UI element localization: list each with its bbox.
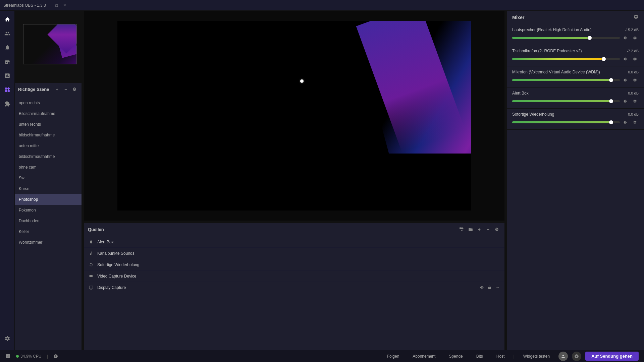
mixer-volume-icon[interactable]	[622, 55, 629, 63]
status-info-item[interactable]	[53, 354, 58, 359]
sidebar-alert-icon[interactable]	[1, 42, 13, 54]
source-settings-button[interactable]	[494, 250, 500, 257]
window-controls: — □ ✕	[46, 3, 67, 8]
mixer-channel: Mikrofon (Voicemod Virtual Audio Device …	[507, 66, 644, 87]
scene-item[interactable]: Kurse	[15, 183, 82, 194]
sources-settings-button[interactable]: ⚙	[493, 226, 500, 233]
host-button[interactable]: Host	[492, 353, 509, 360]
follow-button[interactable]: Folgen	[382, 353, 404, 360]
source-item[interactable]: Display Capture	[84, 282, 504, 293]
scene-item[interactable]: Bildschirmaufnahme	[15, 108, 82, 119]
source-lock-button[interactable]	[486, 273, 493, 280]
mixer-slider-track[interactable]	[512, 37, 620, 39]
source-item[interactable]: Kanalpunkte Sounds	[84, 248, 504, 259]
source-lock-button[interactable]	[486, 284, 493, 291]
sources-folder-button[interactable]	[467, 226, 474, 233]
scene-item[interactable]: bildschirmaufnahme	[15, 130, 82, 140]
source-visibility-button[interactable]	[478, 261, 485, 268]
scene-item[interactable]: Dachboden	[15, 216, 82, 226]
mixer-slider-knob[interactable]	[609, 120, 613, 124]
scene-item[interactable]: Sw	[15, 173, 82, 183]
scene-item[interactable]: bildschirmaufnahme	[15, 151, 82, 162]
sidebar-settings-bottom-icon[interactable]	[1, 333, 13, 345]
mixer-slider-fill	[512, 100, 611, 102]
source-visibility-button[interactable]	[478, 284, 485, 291]
sidebar-people-icon[interactable]	[1, 27, 13, 40]
source-settings-button[interactable]	[494, 273, 500, 280]
sidebar-chart-icon[interactable]	[1, 70, 13, 82]
mixer-channel-header: Mikrofon (Voicemod Virtual Audio Device …	[512, 70, 639, 74]
mixer-header-label: Mixer	[512, 15, 525, 20]
source-visibility-button[interactable]	[478, 250, 485, 257]
sources-remove-button[interactable]: −	[484, 226, 492, 233]
mixer-settings-button[interactable]	[633, 14, 639, 20]
scene-item[interactable]: Keller	[15, 226, 82, 237]
mixer-settings-icon[interactable]	[631, 55, 639, 63]
mixer-channel-header: Alert Box 0.0 dB	[512, 91, 639, 96]
source-visibility-button[interactable]	[478, 239, 485, 245]
sources-add-button[interactable]: +	[476, 226, 483, 233]
scenes-header-actions: + − ⚙	[53, 86, 78, 93]
sidebar-widgets-icon[interactable]	[1, 84, 13, 96]
source-item[interactable]: Video Capture Device	[84, 270, 504, 282]
mixer-slider-track[interactable]	[512, 100, 620, 102]
minimize-button[interactable]: —	[46, 3, 51, 8]
mixer-slider-track[interactable]	[512, 58, 620, 60]
status-separator1: |	[47, 354, 48, 359]
scene-item[interactable]: open rechts	[15, 98, 82, 108]
sidebar-plugin-icon[interactable]	[1, 98, 13, 110]
record-button[interactable]	[572, 352, 581, 361]
mixer-settings-icon[interactable]	[631, 119, 639, 126]
scenes-add-button[interactable]: +	[53, 86, 61, 93]
source-item[interactable]: Alert Box	[84, 236, 504, 248]
status-separator2: |	[513, 354, 514, 359]
scene-item[interactable]: Wohnzimmer	[15, 237, 82, 248]
mixer-settings-icon[interactable]	[631, 98, 639, 105]
test-widgets-button[interactable]: Widgets testen	[519, 353, 554, 360]
scenes-settings-button[interactable]: ⚙	[71, 86, 78, 93]
mixer-slider-knob[interactable]	[609, 99, 613, 103]
mixer-settings-icon[interactable]	[631, 34, 639, 42]
mixer-channel: Alert Box 0.0 dB	[507, 87, 644, 109]
scenes-remove-button[interactable]: −	[62, 86, 69, 93]
mixer-slider-track[interactable]	[512, 79, 620, 81]
source-lock-button[interactable]	[486, 239, 493, 245]
source-item[interactable]: Sofortige Wiederholung	[84, 259, 504, 270]
mixer-volume-icon[interactable]	[622, 119, 629, 126]
source-lock-button[interactable]	[486, 250, 493, 257]
sources-group-button[interactable]	[458, 226, 466, 233]
scene-item[interactable]: unten rechts	[15, 119, 82, 130]
sidebar-home-icon[interactable]	[1, 13, 13, 25]
mixer-volume-icon[interactable]	[622, 76, 629, 84]
donate-button[interactable]: Spende	[444, 353, 467, 360]
go-live-button[interactable]: Auf Sendung gehen	[585, 352, 639, 361]
scene-item[interactable]: Pokemon	[15, 205, 82, 216]
subscribe-button[interactable]: Abonnement	[408, 353, 440, 360]
main-container: Richtige Szene + − ⚙ open rechtsBildschi…	[0, 11, 644, 350]
status-chart-icon-item[interactable]	[5, 354, 11, 359]
maximize-button[interactable]: □	[54, 3, 59, 8]
bits-button[interactable]: Bits	[472, 353, 488, 360]
source-settings-button[interactable]	[494, 284, 500, 291]
user-avatar[interactable]	[558, 352, 568, 361]
close-button[interactable]: ✕	[62, 3, 67, 8]
mixer-settings-icon[interactable]	[631, 76, 639, 84]
mixer-slider-track[interactable]	[512, 121, 620, 123]
source-type-icon	[88, 250, 94, 256]
mixer-channel-name: Mikrofon (Voicemod Virtual Audio Device …	[512, 70, 622, 74]
mixer-volume-icon[interactable]	[622, 34, 629, 42]
mixer-slider-knob[interactable]	[609, 78, 613, 82]
scene-item[interactable]: ohne cam	[15, 162, 82, 173]
source-settings-button[interactable]	[494, 261, 500, 268]
mixer-slider-fill	[512, 58, 604, 60]
mixer-slider-knob[interactable]	[602, 57, 606, 61]
scene-item[interactable]: unten mitte	[15, 140, 82, 151]
source-settings-button[interactable]	[494, 239, 500, 245]
scene-thumbnail	[23, 24, 77, 64]
source-lock-button[interactable]	[486, 261, 493, 268]
mixer-slider-knob[interactable]	[588, 36, 592, 40]
scene-item[interactable]: Photoshop	[15, 194, 82, 205]
sidebar-store-icon[interactable]	[1, 56, 13, 68]
mixer-volume-icon[interactable]	[622, 98, 629, 105]
source-visibility-button[interactable]	[478, 273, 485, 280]
